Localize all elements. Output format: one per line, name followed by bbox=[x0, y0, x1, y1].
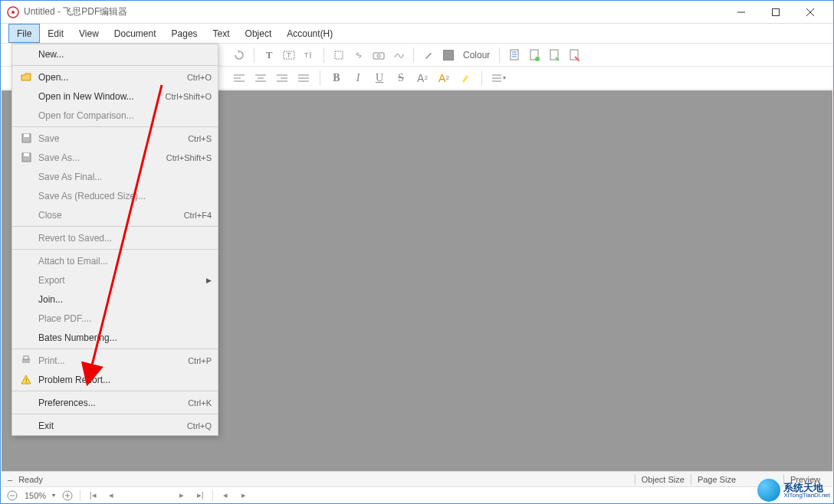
menu-shortcut: Ctrl+Shift+S bbox=[166, 153, 212, 162]
menu-view[interactable]: View bbox=[71, 24, 107, 43]
save-icon bbox=[18, 133, 34, 143]
doc-action-1-icon[interactable] bbox=[506, 47, 523, 64]
crop-icon[interactable] bbox=[330, 47, 347, 64]
text-box-icon[interactable]: T bbox=[281, 47, 297, 64]
superscript-button[interactable]: A2 bbox=[414, 70, 431, 86]
print-icon bbox=[18, 355, 34, 365]
doc-action-4-icon[interactable] bbox=[566, 47, 583, 64]
menu-item-revert-to-saved[interactable]: Revert to Saved... bbox=[12, 228, 218, 247]
italic-button[interactable]: I bbox=[350, 70, 366, 86]
menu-separator bbox=[12, 126, 218, 127]
menu-item-save[interactable]: SaveCtrl+S bbox=[12, 129, 218, 148]
text-tool-icon[interactable]: T bbox=[261, 47, 277, 64]
align-left-icon[interactable] bbox=[231, 70, 248, 86]
menu-separator bbox=[12, 249, 218, 250]
svg-rect-3 bbox=[772, 8, 779, 15]
menu-item-new[interactable]: New... bbox=[12, 44, 218, 64]
titlebar: Untitled - 飞思PDF编辑器 bbox=[1, 1, 833, 24]
menu-separator bbox=[12, 65, 218, 66]
zoom-in-icon[interactable] bbox=[61, 489, 74, 502]
line-spacing-icon[interactable]: ▾ bbox=[490, 70, 507, 86]
menu-shortcut: Ctrl+Q bbox=[187, 421, 212, 430]
svg-text:!: ! bbox=[25, 377, 28, 385]
align-justify-icon[interactable] bbox=[295, 70, 312, 86]
menu-item-open-for-comparison[interactable]: Open for Comparison... bbox=[12, 106, 218, 125]
menu-item-print[interactable]: Print...Ctrl+P bbox=[12, 351, 218, 370]
doc-action-3-icon[interactable] bbox=[546, 47, 563, 64]
rotate-icon[interactable] bbox=[231, 47, 248, 64]
nav-forward-icon[interactable]: ▸ bbox=[238, 489, 250, 502]
align-right-icon[interactable] bbox=[274, 70, 291, 86]
zoom-out-icon[interactable] bbox=[6, 489, 18, 502]
underline-button[interactable]: U bbox=[371, 70, 388, 86]
menu-shortcut: Ctrl+S bbox=[188, 134, 212, 143]
menu-item-save-as-final[interactable]: Save As Final... bbox=[12, 167, 218, 186]
bold-button[interactable]: B bbox=[328, 70, 345, 86]
highlight-icon[interactable] bbox=[457, 70, 474, 86]
open-icon bbox=[18, 73, 34, 82]
menu-item-export[interactable]: Export▶ bbox=[12, 270, 218, 290]
menubar: File Edit View Document Pages Text Objec… bbox=[1, 24, 833, 44]
menu-document[interactable]: Document bbox=[107, 24, 164, 43]
last-page-icon[interactable]: ▸| bbox=[194, 489, 206, 502]
watermark-cn: 系统天地 bbox=[783, 483, 830, 493]
watermark: 系统天地 XiTongTianDi.net bbox=[757, 479, 830, 502]
svg-point-15 bbox=[535, 57, 540, 61]
menu-item-save-as-reduced-size[interactable]: Save As (Reduced Size)... bbox=[12, 186, 218, 205]
menu-shortcut: Ctrl+P bbox=[188, 356, 212, 365]
menu-item-open-in-new-window[interactable]: Open in New Window...Ctrl+Shift+O bbox=[12, 87, 218, 106]
camera-icon[interactable] bbox=[370, 47, 387, 64]
strikethrough-button[interactable]: S bbox=[392, 70, 409, 86]
zoom-dropdown-icon[interactable]: ▾ bbox=[52, 492, 55, 499]
menu-pages[interactable]: Pages bbox=[164, 24, 205, 43]
menu-item-open[interactable]: Open...Ctrl+O bbox=[12, 67, 218, 87]
fill-color-icon[interactable] bbox=[440, 47, 457, 64]
prev-page-icon[interactable]: ◂ bbox=[105, 489, 117, 502]
svg-rect-39 bbox=[24, 356, 28, 359]
window-title: Untitled - 飞思PDF编辑器 bbox=[24, 5, 724, 18]
menu-item-label: Problem Report... bbox=[38, 375, 212, 385]
menu-item-label: Exit bbox=[38, 421, 187, 431]
menu-item-bates-numbering[interactable]: Bates Numbering... bbox=[12, 328, 218, 347]
svg-rect-37 bbox=[24, 153, 29, 156]
svg-text:T: T bbox=[287, 51, 291, 59]
statusbar: – Ready Object Size Page Size Preview bbox=[2, 471, 832, 486]
text-ruler-icon[interactable]: T bbox=[300, 47, 317, 64]
menu-item-preferences[interactable]: Preferences...Ctrl+K bbox=[12, 393, 218, 412]
menu-item-save-as[interactable]: Save As...Ctrl+Shift+S bbox=[12, 148, 218, 167]
menu-item-place-pdf[interactable]: Place PDF.... bbox=[12, 309, 218, 328]
submenu-arrow-icon: ▶ bbox=[206, 277, 212, 284]
zoom-level[interactable]: 150% bbox=[25, 491, 46, 500]
window-controls bbox=[724, 2, 827, 23]
menu-item-close[interactable]: CloseCtrl+F4 bbox=[12, 205, 218, 224]
align-center-icon[interactable] bbox=[252, 70, 269, 86]
nav-back-icon[interactable]: ◂ bbox=[219, 489, 231, 502]
svg-rect-10 bbox=[335, 51, 343, 59]
menu-item-exit[interactable]: ExitCtrl+Q bbox=[12, 416, 218, 435]
menu-item-problem-report[interactable]: !Problem Report... bbox=[12, 370, 218, 389]
subscript-button[interactable]: A2 bbox=[435, 70, 452, 86]
close-button[interactable] bbox=[793, 2, 827, 23]
minimize-button[interactable] bbox=[724, 2, 758, 23]
doc-action-2-icon[interactable] bbox=[526, 47, 543, 64]
menu-account[interactable]: Account(H) bbox=[279, 24, 340, 43]
menu-item-attach-to-email[interactable]: Attach to Email... bbox=[12, 251, 218, 270]
menu-object[interactable]: Object bbox=[238, 24, 280, 43]
menu-item-label: Save As (Reduced Size)... bbox=[38, 191, 212, 201]
link-icon[interactable] bbox=[350, 47, 367, 64]
first-page-icon[interactable]: |◂ bbox=[87, 489, 99, 502]
menu-edit[interactable]: Edit bbox=[40, 24, 71, 43]
warn-icon: ! bbox=[18, 375, 34, 385]
menu-item-join[interactable]: Join... bbox=[12, 290, 218, 309]
menu-file[interactable]: File bbox=[8, 24, 40, 43]
menu-item-label: Bates Numbering... bbox=[38, 332, 212, 343]
brush-icon[interactable] bbox=[420, 47, 437, 64]
shape-icon[interactable] bbox=[390, 47, 407, 64]
maximize-button[interactable] bbox=[758, 2, 793, 23]
next-page-icon[interactable]: ▸ bbox=[176, 489, 188, 502]
menu-item-label: Join... bbox=[38, 294, 212, 305]
separator bbox=[481, 70, 482, 86]
menu-shortcut: Ctrl+O bbox=[187, 73, 212, 82]
menu-item-label: Save As... bbox=[38, 152, 166, 163]
menu-text[interactable]: Text bbox=[205, 24, 238, 43]
